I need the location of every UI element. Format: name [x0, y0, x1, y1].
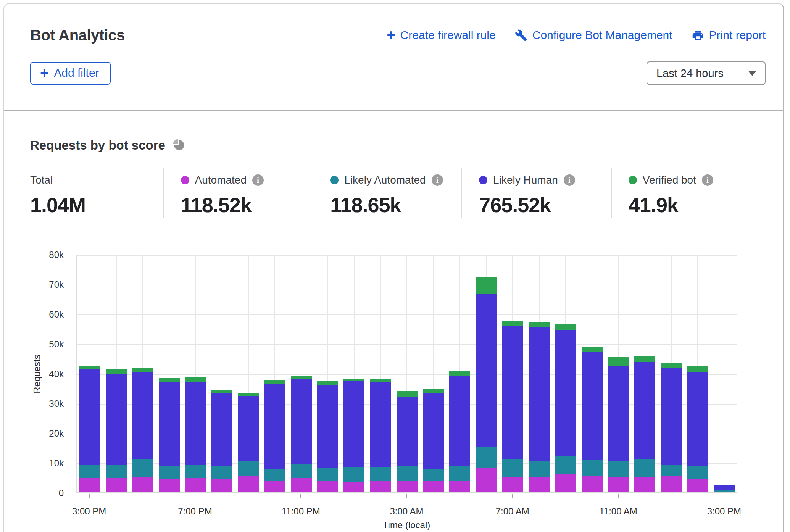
stacked-bar[interactable] [449, 371, 470, 492]
bar-group[interactable] [473, 255, 500, 492]
stacked-bar[interactable] [582, 347, 603, 492]
bar-segment-likely-human [608, 366, 629, 461]
bar-group[interactable] [658, 255, 684, 492]
stacked-bar[interactable] [476, 277, 497, 492]
bar-segment-likely-human [370, 382, 391, 467]
stacked-bar[interactable] [714, 485, 735, 492]
bar-segment-verified-bot [582, 347, 603, 353]
bar-group[interactable] [579, 255, 605, 492]
stacked-bar[interactable] [317, 381, 338, 492]
stacked-bar[interactable] [423, 389, 444, 492]
stacked-bar[interactable] [397, 391, 418, 492]
stacked-bar[interactable] [555, 324, 576, 492]
bar-group[interactable] [394, 255, 420, 492]
bar-group[interactable] [447, 255, 473, 492]
stacked-bar[interactable] [608, 357, 629, 492]
bar-group[interactable] [235, 255, 261, 492]
bar-segment-verified-bot [423, 389, 444, 393]
stacked-bar[interactable] [185, 377, 206, 492]
bar-segment-likely-human [185, 382, 206, 465]
bar-group[interactable] [262, 255, 288, 492]
bar-group[interactable] [288, 255, 314, 492]
stacked-bar[interactable] [264, 380, 285, 492]
stacked-bar[interactable] [106, 369, 127, 492]
stacked-bar[interactable] [79, 366, 100, 492]
create-firewall-rule-link[interactable]: + Create firewall rule [387, 29, 495, 42]
stat-likely-human-label: Likely Human [493, 174, 558, 186]
bar-segment-likely-automated [423, 469, 444, 481]
info-icon[interactable]: i [702, 174, 713, 186]
stacked-bar[interactable] [211, 390, 232, 492]
bar-segment-likely-human [343, 381, 364, 467]
bar-group[interactable] [182, 255, 209, 492]
bar-segment-verified-bot [687, 366, 708, 372]
bar-segment-likely-human [159, 382, 180, 466]
add-filter-button[interactable]: + Add filter [30, 62, 111, 85]
bar-segment-likely-automated [608, 461, 629, 476]
bar-group[interactable] [209, 255, 235, 492]
bar-group[interactable] [341, 255, 367, 492]
bar-group[interactable] [156, 255, 182, 492]
bar-segment-automated [397, 481, 418, 492]
bar-group[interactable] [711, 255, 737, 492]
bar-group[interactable] [368, 255, 394, 492]
stacked-bar[interactable] [529, 322, 550, 492]
bar-segment-automated [264, 481, 285, 492]
bar-group[interactable] [500, 255, 526, 492]
stacked-bar[interactable] [502, 321, 523, 492]
y-axis-tick-label: 60k [30, 309, 64, 320]
bar-segment-automated [714, 492, 735, 492]
panel-heading: Requests by bot score [30, 138, 165, 153]
configure-bot-management-link[interactable]: Configure Bot Management [515, 29, 672, 42]
bar-segment-automated [449, 481, 470, 492]
chevron-down-icon [748, 71, 756, 76]
info-icon[interactable]: i [564, 174, 575, 186]
y-axis-tick-label: 70k [30, 279, 64, 290]
bar-segment-likely-human [423, 393, 444, 470]
x-axis-tick-label: 7:00 PM [178, 506, 212, 517]
stacked-bar[interactable] [291, 376, 312, 492]
stat-total-value: 1.04M [30, 193, 163, 217]
stacked-bar[interactable] [343, 379, 364, 492]
bar-group[interactable] [77, 255, 103, 492]
x-axis-tick-label: 3:00 AM [390, 506, 423, 517]
bar-group[interactable] [605, 255, 632, 492]
bar-segment-automated [343, 482, 364, 492]
stacked-bar[interactable] [687, 366, 708, 492]
stat-automated: Automated i 118.52k [163, 168, 313, 218]
stacked-bar[interactable] [159, 378, 180, 492]
bar-segment-automated [291, 478, 312, 492]
stacked-bar[interactable] [132, 368, 153, 492]
stacked-bar[interactable] [634, 356, 655, 492]
info-icon[interactable]: i [432, 174, 443, 186]
bar-segment-likely-automated [661, 465, 682, 476]
bar-segment-automated [370, 481, 391, 492]
bar-segment-likely-human [449, 376, 470, 466]
bar-group[interactable] [129, 255, 156, 492]
print-report-link[interactable]: Print report [692, 29, 766, 42]
bar-segment-verified-bot [634, 356, 655, 362]
bar-group[interactable] [420, 255, 447, 492]
y-axis-tick-label: 80k [30, 249, 64, 261]
bar-segment-likely-automated [687, 466, 708, 479]
bar-group[interactable] [632, 255, 658, 492]
stacked-bar[interactable] [370, 379, 391, 492]
stacked-bar[interactable] [238, 393, 259, 492]
verified-bot-legend-dot [629, 176, 637, 184]
bar-group[interactable] [526, 255, 552, 492]
bar-segment-automated [502, 477, 523, 492]
bar-group[interactable] [552, 255, 579, 492]
bar-segment-verified-bot [238, 393, 259, 396]
x-axis-tick-label: 3:00 PM [707, 506, 741, 517]
bar-segment-likely-human [687, 372, 708, 466]
bar-segment-likely-automated [185, 465, 206, 478]
bar-group[interactable] [103, 255, 129, 492]
stat-likely-automated: Likely Automated i 118.65k [313, 168, 461, 218]
bar-group[interactable] [684, 255, 711, 492]
bar-segment-likely-automated [317, 468, 338, 480]
bar-segment-likely-human [714, 485, 735, 491]
bar-group[interactable] [314, 255, 341, 492]
info-icon[interactable]: i [252, 174, 264, 186]
stacked-bar[interactable] [661, 363, 682, 492]
time-range-select[interactable]: Last 24 hours [647, 61, 766, 85]
